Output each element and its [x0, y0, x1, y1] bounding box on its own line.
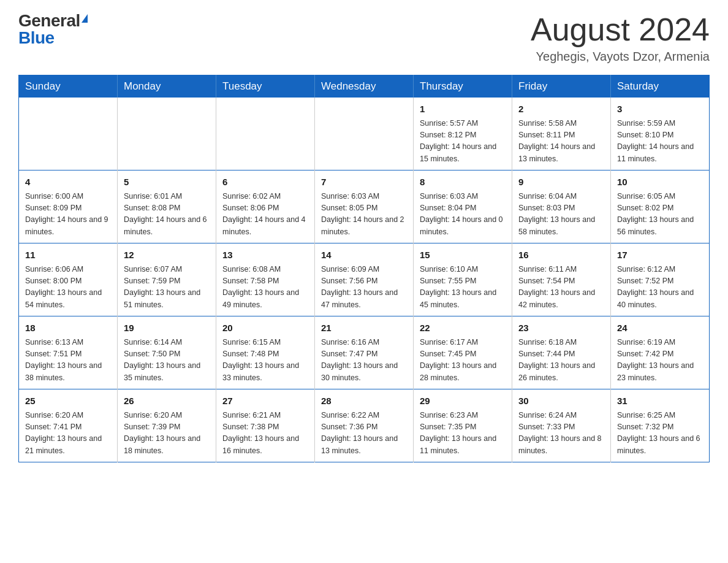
day-info: Sunrise: 6:00 AMSunset: 8:09 PMDaylight:… — [25, 191, 111, 239]
day-cell: 23Sunrise: 6:18 AMSunset: 7:44 PMDayligh… — [512, 316, 611, 389]
calendar-table: SundayMondayTuesdayWednesdayThursdayFrid… — [18, 75, 710, 462]
day-cell: 25Sunrise: 6:20 AMSunset: 7:41 PMDayligh… — [19, 389, 118, 462]
logo: General Blue — [18, 12, 88, 47]
day-number: 4 — [25, 175, 111, 190]
week-row-2: 4Sunrise: 6:00 AMSunset: 8:09 PMDaylight… — [19, 170, 710, 243]
day-number: 1 — [420, 102, 506, 117]
day-number: 12 — [124, 248, 210, 262]
day-info: Sunrise: 6:04 AMSunset: 8:03 PMDaylight:… — [518, 191, 604, 239]
day-number: 24 — [617, 321, 703, 335]
day-cell: 8Sunrise: 6:03 AMSunset: 8:04 PMDaylight… — [414, 170, 512, 243]
day-info: Sunrise: 6:10 AMSunset: 7:55 PMDaylight:… — [420, 264, 506, 312]
day-number: 30 — [518, 394, 604, 408]
location-title: Yeghegis, Vayots Dzor, Armenia — [531, 50, 710, 64]
day-info: Sunrise: 6:05 AMSunset: 8:02 PMDaylight:… — [617, 191, 703, 239]
day-number: 6 — [222, 175, 308, 190]
day-info: Sunrise: 6:12 AMSunset: 7:52 PMDaylight:… — [617, 264, 703, 312]
day-info: Sunrise: 6:15 AMSunset: 7:48 PMDaylight:… — [222, 337, 308, 385]
day-number: 8 — [420, 175, 506, 190]
title-area: August 2024 Yeghegis, Vayots Dzor, Armen… — [531, 12, 710, 64]
day-number: 28 — [321, 394, 407, 408]
day-info: Sunrise: 6:07 AMSunset: 7:59 PMDaylight:… — [124, 264, 210, 312]
day-cell: 21Sunrise: 6:16 AMSunset: 7:47 PMDayligh… — [315, 316, 414, 389]
weekday-header-sunday: Sunday — [19, 75, 118, 98]
day-info: Sunrise: 6:21 AMSunset: 7:38 PMDaylight:… — [222, 410, 308, 458]
day-cell: 18Sunrise: 6:13 AMSunset: 7:51 PMDayligh… — [19, 316, 118, 389]
day-number: 10 — [617, 175, 703, 190]
day-number: 31 — [617, 394, 703, 408]
day-cell: 5Sunrise: 6:01 AMSunset: 8:08 PMDaylight… — [118, 170, 216, 243]
day-info: Sunrise: 6:25 AMSunset: 7:32 PMDaylight:… — [617, 410, 703, 458]
day-cell: 24Sunrise: 6:19 AMSunset: 7:42 PMDayligh… — [611, 316, 710, 389]
day-info: Sunrise: 5:58 AMSunset: 8:11 PMDaylight:… — [518, 118, 604, 166]
day-info: Sunrise: 6:23 AMSunset: 7:35 PMDaylight:… — [420, 410, 506, 458]
day-cell: 9Sunrise: 6:04 AMSunset: 8:03 PMDaylight… — [512, 170, 611, 243]
day-number: 18 — [25, 321, 111, 335]
day-number: 5 — [124, 175, 210, 190]
day-info: Sunrise: 6:01 AMSunset: 8:08 PMDaylight:… — [124, 191, 210, 239]
week-row-5: 25Sunrise: 6:20 AMSunset: 7:41 PMDayligh… — [19, 389, 710, 462]
day-info: Sunrise: 6:03 AMSunset: 8:05 PMDaylight:… — [321, 191, 407, 239]
day-cell: 14Sunrise: 6:09 AMSunset: 7:56 PMDayligh… — [315, 243, 414, 316]
day-cell — [216, 98, 315, 170]
day-cell: 20Sunrise: 6:15 AMSunset: 7:48 PMDayligh… — [216, 316, 315, 389]
month-title: August 2024 — [531, 12, 710, 47]
day-info: Sunrise: 6:16 AMSunset: 7:47 PMDaylight:… — [321, 337, 407, 385]
week-row-1: 1Sunrise: 5:57 AMSunset: 8:12 PMDaylight… — [19, 98, 710, 170]
weekday-header-friday: Friday — [512, 75, 611, 98]
day-number: 27 — [222, 394, 308, 408]
logo-blue-text: Blue — [18, 28, 55, 47]
day-cell: 1Sunrise: 5:57 AMSunset: 8:12 PMDaylight… — [414, 98, 512, 170]
day-cell: 17Sunrise: 6:12 AMSunset: 7:52 PMDayligh… — [611, 243, 710, 316]
day-cell: 11Sunrise: 6:06 AMSunset: 8:00 PMDayligh… — [19, 243, 118, 316]
week-row-3: 11Sunrise: 6:06 AMSunset: 8:00 PMDayligh… — [19, 243, 710, 316]
day-cell: 16Sunrise: 6:11 AMSunset: 7:54 PMDayligh… — [512, 243, 611, 316]
day-number: 17 — [617, 248, 703, 262]
day-info: Sunrise: 6:19 AMSunset: 7:42 PMDaylight:… — [617, 337, 703, 385]
day-info: Sunrise: 6:18 AMSunset: 7:44 PMDaylight:… — [518, 337, 604, 385]
day-number: 22 — [420, 321, 506, 335]
day-info: Sunrise: 6:02 AMSunset: 8:06 PMDaylight:… — [222, 191, 308, 239]
day-info: Sunrise: 6:17 AMSunset: 7:45 PMDaylight:… — [420, 337, 506, 385]
day-info: Sunrise: 6:24 AMSunset: 7:33 PMDaylight:… — [518, 410, 604, 458]
day-number: 25 — [25, 394, 111, 408]
day-info: Sunrise: 6:09 AMSunset: 7:56 PMDaylight:… — [321, 264, 407, 312]
logo-general-text: General — [18, 12, 80, 29]
day-cell: 22Sunrise: 6:17 AMSunset: 7:45 PMDayligh… — [414, 316, 512, 389]
day-info: Sunrise: 6:20 AMSunset: 7:41 PMDaylight:… — [25, 410, 111, 458]
day-cell: 7Sunrise: 6:03 AMSunset: 8:05 PMDaylight… — [315, 170, 414, 243]
day-number: 13 — [222, 248, 308, 262]
day-number: 19 — [124, 321, 210, 335]
day-info: Sunrise: 6:20 AMSunset: 7:39 PMDaylight:… — [124, 410, 210, 458]
day-number: 11 — [25, 248, 111, 262]
day-info: Sunrise: 5:59 AMSunset: 8:10 PMDaylight:… — [617, 118, 703, 166]
day-cell: 13Sunrise: 6:08 AMSunset: 7:58 PMDayligh… — [216, 243, 315, 316]
day-cell: 10Sunrise: 6:05 AMSunset: 8:02 PMDayligh… — [611, 170, 710, 243]
day-info: Sunrise: 6:13 AMSunset: 7:51 PMDaylight:… — [25, 337, 111, 385]
day-info: Sunrise: 6:03 AMSunset: 8:04 PMDaylight:… — [420, 191, 506, 239]
day-number: 20 — [222, 321, 308, 335]
day-number: 14 — [321, 248, 407, 262]
weekday-header-monday: Monday — [118, 75, 216, 98]
day-number: 23 — [518, 321, 604, 335]
day-cell: 3Sunrise: 5:59 AMSunset: 8:10 PMDaylight… — [611, 98, 710, 170]
day-number: 7 — [321, 175, 407, 190]
weekday-header-wednesday: Wednesday — [315, 75, 414, 98]
day-info: Sunrise: 6:22 AMSunset: 7:36 PMDaylight:… — [321, 410, 407, 458]
day-info: Sunrise: 5:57 AMSunset: 8:12 PMDaylight:… — [420, 118, 506, 166]
day-cell — [118, 98, 216, 170]
week-row-4: 18Sunrise: 6:13 AMSunset: 7:51 PMDayligh… — [19, 316, 710, 389]
weekday-header-tuesday: Tuesday — [216, 75, 315, 98]
day-number: 9 — [518, 175, 604, 190]
day-cell: 30Sunrise: 6:24 AMSunset: 7:33 PMDayligh… — [512, 389, 611, 462]
day-number: 2 — [518, 102, 604, 117]
day-number: 26 — [124, 394, 210, 408]
day-number: 3 — [617, 102, 703, 117]
day-cell: 4Sunrise: 6:00 AMSunset: 8:09 PMDaylight… — [19, 170, 118, 243]
day-info: Sunrise: 6:11 AMSunset: 7:54 PMDaylight:… — [518, 264, 604, 312]
day-number: 21 — [321, 321, 407, 335]
weekday-header-row: SundayMondayTuesdayWednesdayThursdayFrid… — [19, 75, 710, 98]
weekday-header-thursday: Thursday — [414, 75, 512, 98]
day-cell — [315, 98, 414, 170]
day-cell: 26Sunrise: 6:20 AMSunset: 7:39 PMDayligh… — [118, 389, 216, 462]
